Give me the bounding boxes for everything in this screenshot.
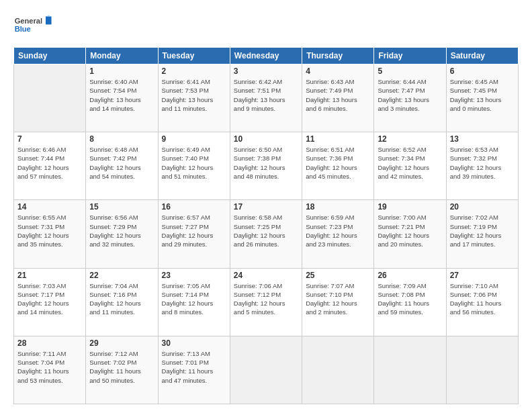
- day-info: Sunrise: 6:41 AM Sunset: 7:53 PM Dayligh…: [162, 77, 226, 113]
- day-number: 3: [234, 66, 298, 76]
- day-number: 11: [306, 134, 370, 144]
- calendar-cell: [374, 336, 446, 404]
- calendar-cell: 18Sunrise: 6:59 AM Sunset: 7:23 PM Dayli…: [302, 200, 374, 268]
- day-info: Sunrise: 6:46 AM Sunset: 7:44 PM Dayligh…: [17, 145, 82, 181]
- day-number: 16: [162, 202, 226, 212]
- calendar-cell: 26Sunrise: 7:09 AM Sunset: 7:08 PM Dayli…: [374, 268, 446, 336]
- calendar-cell: 15Sunrise: 6:56 AM Sunset: 7:29 PM Dayli…: [86, 200, 158, 268]
- calendar-cell: 22Sunrise: 7:04 AM Sunset: 7:16 PM Dayli…: [86, 268, 158, 336]
- week-row-2: 7Sunrise: 6:46 AM Sunset: 7:44 PM Daylig…: [14, 132, 519, 200]
- day-number: 23: [162, 271, 226, 280]
- day-number: 2: [162, 66, 226, 76]
- calendar-cell: 12Sunrise: 6:52 AM Sunset: 7:34 PM Dayli…: [374, 132, 446, 200]
- day-info: Sunrise: 6:44 AM Sunset: 7:47 PM Dayligh…: [378, 77, 442, 113]
- calendar-cell: 5Sunrise: 6:44 AM Sunset: 7:47 PM Daylig…: [374, 64, 446, 132]
- svg-marker-2: [46, 16, 52, 24]
- day-number: 22: [89, 271, 154, 280]
- week-row-4: 21Sunrise: 7:03 AM Sunset: 7:17 PM Dayli…: [14, 268, 519, 336]
- day-info: Sunrise: 7:05 AM Sunset: 7:14 PM Dayligh…: [162, 281, 226, 317]
- calendar-cell: 23Sunrise: 7:05 AM Sunset: 7:14 PM Dayli…: [158, 268, 230, 336]
- day-number: 26: [378, 271, 442, 280]
- day-number: 13: [450, 134, 515, 144]
- calendar-cell: 14Sunrise: 6:55 AM Sunset: 7:31 PM Dayli…: [14, 200, 86, 268]
- weekday-header-saturday: Saturday: [446, 48, 518, 64]
- calendar-cell: 7Sunrise: 6:46 AM Sunset: 7:44 PM Daylig…: [14, 132, 86, 200]
- weekday-header-friday: Friday: [374, 48, 446, 64]
- calendar-cell: 28Sunrise: 7:11 AM Sunset: 7:04 PM Dayli…: [14, 336, 86, 404]
- calendar-cell: [14, 64, 86, 132]
- day-info: Sunrise: 6:55 AM Sunset: 7:31 PM Dayligh…: [17, 213, 82, 248]
- day-info: Sunrise: 6:42 AM Sunset: 7:51 PM Dayligh…: [234, 77, 298, 113]
- calendar-cell: 20Sunrise: 7:02 AM Sunset: 7:19 PM Dayli…: [446, 200, 518, 268]
- day-number: 25: [306, 271, 370, 280]
- logo-svg: General Blue: [13, 12, 54, 40]
- logo: General Blue: [13, 12, 54, 40]
- day-number: 7: [17, 134, 82, 144]
- weekday-header-monday: Monday: [86, 48, 158, 64]
- week-row-3: 14Sunrise: 6:55 AM Sunset: 7:31 PM Dayli…: [14, 200, 519, 268]
- calendar-cell: 1Sunrise: 6:40 AM Sunset: 7:54 PM Daylig…: [86, 64, 158, 132]
- day-number: 24: [234, 271, 298, 280]
- day-number: 15: [89, 202, 154, 212]
- day-number: 18: [306, 202, 370, 212]
- calendar-body: 1Sunrise: 6:40 AM Sunset: 7:54 PM Daylig…: [14, 64, 519, 404]
- weekday-header-sunday: Sunday: [14, 48, 86, 64]
- day-info: Sunrise: 6:53 AM Sunset: 7:32 PM Dayligh…: [450, 145, 515, 181]
- day-number: 8: [89, 134, 154, 144]
- day-info: Sunrise: 7:04 AM Sunset: 7:16 PM Dayligh…: [89, 281, 154, 317]
- day-info: Sunrise: 6:59 AM Sunset: 7:23 PM Dayligh…: [306, 213, 370, 248]
- day-number: 21: [17, 271, 82, 280]
- day-info: Sunrise: 7:10 AM Sunset: 7:06 PM Dayligh…: [450, 281, 515, 317]
- calendar-cell: 8Sunrise: 6:48 AM Sunset: 7:42 PM Daylig…: [86, 132, 158, 200]
- calendar-cell: 11Sunrise: 6:51 AM Sunset: 7:36 PM Dayli…: [302, 132, 374, 200]
- day-info: Sunrise: 6:49 AM Sunset: 7:40 PM Dayligh…: [162, 145, 226, 181]
- calendar-cell: 21Sunrise: 7:03 AM Sunset: 7:17 PM Dayli…: [14, 268, 86, 336]
- calendar-cell: 29Sunrise: 7:12 AM Sunset: 7:02 PM Dayli…: [86, 336, 158, 404]
- day-number: 4: [306, 66, 370, 76]
- day-info: Sunrise: 7:07 AM Sunset: 7:10 PM Dayligh…: [306, 281, 370, 317]
- day-info: Sunrise: 6:58 AM Sunset: 7:25 PM Dayligh…: [234, 213, 298, 248]
- day-info: Sunrise: 6:57 AM Sunset: 7:27 PM Dayligh…: [162, 213, 226, 248]
- day-info: Sunrise: 7:12 AM Sunset: 7:02 PM Dayligh…: [89, 349, 154, 385]
- day-number: 1: [89, 66, 154, 76]
- day-info: Sunrise: 6:56 AM Sunset: 7:29 PM Dayligh…: [89, 213, 154, 248]
- day-number: 17: [234, 202, 298, 212]
- day-info: Sunrise: 6:48 AM Sunset: 7:42 PM Dayligh…: [89, 145, 154, 181]
- svg-text:Blue: Blue: [15, 25, 31, 33]
- day-info: Sunrise: 6:52 AM Sunset: 7:34 PM Dayligh…: [378, 145, 442, 181]
- day-number: 30: [162, 338, 226, 348]
- calendar-cell: [446, 336, 518, 404]
- day-info: Sunrise: 6:51 AM Sunset: 7:36 PM Dayligh…: [306, 145, 370, 181]
- day-info: Sunrise: 7:02 AM Sunset: 7:19 PM Dayligh…: [450, 213, 515, 248]
- day-number: 19: [378, 202, 442, 212]
- calendar-cell: 2Sunrise: 6:41 AM Sunset: 7:53 PM Daylig…: [158, 64, 230, 132]
- weekday-header-tuesday: Tuesday: [158, 48, 230, 64]
- day-info: Sunrise: 7:03 AM Sunset: 7:17 PM Dayligh…: [17, 281, 82, 317]
- weekday-header-row: SundayMondayTuesdayWednesdayThursdayFrid…: [14, 48, 519, 64]
- svg-text:General: General: [15, 17, 42, 25]
- day-number: 29: [89, 338, 154, 348]
- week-row-1: 1Sunrise: 6:40 AM Sunset: 7:54 PM Daylig…: [14, 64, 519, 132]
- day-info: Sunrise: 6:50 AM Sunset: 7:38 PM Dayligh…: [234, 145, 298, 181]
- day-info: Sunrise: 7:06 AM Sunset: 7:12 PM Dayligh…: [234, 281, 298, 317]
- calendar-cell: [230, 336, 302, 404]
- calendar-cell: 27Sunrise: 7:10 AM Sunset: 7:06 PM Dayli…: [446, 268, 518, 336]
- day-number: 5: [378, 66, 442, 76]
- day-info: Sunrise: 7:13 AM Sunset: 7:01 PM Dayligh…: [162, 349, 226, 385]
- calendar-page: General Blue SundayMondayTuesdayWednesda…: [0, 0, 532, 411]
- day-info: Sunrise: 7:09 AM Sunset: 7:08 PM Dayligh…: [378, 281, 442, 317]
- day-info: Sunrise: 7:11 AM Sunset: 7:04 PM Dayligh…: [17, 349, 82, 385]
- calendar-cell: 13Sunrise: 6:53 AM Sunset: 7:32 PM Dayli…: [446, 132, 518, 200]
- calendar-cell: 25Sunrise: 7:07 AM Sunset: 7:10 PM Dayli…: [302, 268, 374, 336]
- calendar-cell: 6Sunrise: 6:45 AM Sunset: 7:45 PM Daylig…: [446, 64, 518, 132]
- day-number: 27: [450, 271, 515, 280]
- day-number: 14: [17, 202, 82, 212]
- weekday-header-thursday: Thursday: [302, 48, 374, 64]
- day-number: 20: [450, 202, 515, 212]
- day-info: Sunrise: 6:43 AM Sunset: 7:49 PM Dayligh…: [306, 77, 370, 113]
- day-info: Sunrise: 6:40 AM Sunset: 7:54 PM Dayligh…: [89, 77, 154, 113]
- calendar-cell: 17Sunrise: 6:58 AM Sunset: 7:25 PM Dayli…: [230, 200, 302, 268]
- day-info: Sunrise: 6:45 AM Sunset: 7:45 PM Dayligh…: [450, 77, 515, 113]
- calendar-cell: 9Sunrise: 6:49 AM Sunset: 7:40 PM Daylig…: [158, 132, 230, 200]
- header: General Blue: [13, 12, 519, 40]
